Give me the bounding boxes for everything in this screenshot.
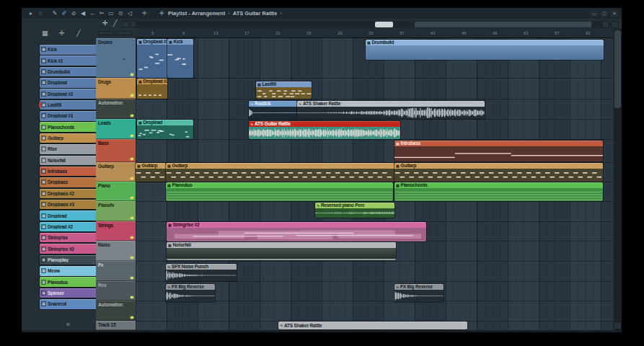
track-header-bass[interactable]: Bass [96, 139, 136, 162]
scroll-button-left[interactable] [601, 21, 609, 28]
pattern-item-kick-2[interactable]: ▦Kick #2 [40, 56, 100, 66]
pattern-item-dropbeat-2[interactable]: ▦Dropbeat #2 [40, 89, 100, 99]
track-mute-led[interactable] [131, 115, 133, 117]
track-header-drums[interactable]: Drums· ▴ · [96, 38, 136, 78]
track-mute-led[interactable] [131, 296, 133, 298]
pattern-item-spinner[interactable]: ▦Spinner [40, 288, 100, 298]
pattern-item-meow[interactable]: ▦Meow [40, 266, 100, 276]
zoom-tool-icon[interactable]: ⊙ [117, 9, 124, 17]
pattern-item-dropbass-2[interactable]: ▦Dropbass #2 [40, 189, 100, 199]
track-mute-led[interactable] [131, 236, 133, 239]
clip-reversed-piano-perc[interactable]: ∿Reversed piano Perc [315, 203, 394, 218]
clip-guitarp[interactable]: ▦Guitarp [136, 163, 166, 182]
slice-tool-icon[interactable]: ✂ [98, 9, 105, 17]
track-header-fx[interactable]: Fx [96, 261, 136, 281]
maximize-button[interactable]: □ [601, 10, 608, 17]
paint-tool-icon[interactable]: ✐ [61, 9, 68, 17]
close-button[interactable]: × [611, 10, 618, 17]
track-header-noise[interactable]: Noise [96, 241, 136, 261]
track-mute-led[interactable] [131, 94, 133, 97]
vertical-scrollbar-button[interactable] [614, 321, 622, 329]
pattern-item-droplead[interactable]: ▦Droplead [40, 210, 100, 221]
play-cursor-icon[interactable]: ▸ [27, 9, 35, 17]
track-header-drugs[interactable]: Drugs [96, 78, 136, 99]
clip-dropbeat-2[interactable]: ▦Dropbeat #2 [137, 39, 167, 78]
clip-ats-guitar-rattle[interactable]: ∿ATS Guitar Rattle [249, 121, 400, 139]
pattern-item-lastfill[interactable]: ▦Lastfill [40, 100, 100, 110]
pattern-item-stringrise[interactable]: ▦Stringrise [40, 233, 100, 243]
playback-tool-icon[interactable]: ◁ [126, 9, 133, 17]
clip-kick[interactable]: ▦Kick [167, 39, 193, 78]
track-mute-led[interactable] [131, 277, 133, 279]
minimize-button[interactable]: – [591, 10, 598, 17]
pattern-item-kick[interactable]: ▦Kick [40, 45, 100, 55]
pattern-item-pianoplay[interactable]: ▦Pianoplay [40, 255, 100, 265]
picker-scroll-dot[interactable] [66, 323, 70, 326]
clip-pianoduo[interactable]: ▦Pianoduo [166, 182, 393, 201]
track-header-automation[interactable]: Automation [96, 301, 136, 321]
pattern-item-pianoduo[interactable]: ▦Pianoduo [40, 277, 100, 287]
pattern-item-rise[interactable]: ▦Rise [40, 144, 100, 154]
track-header-piano[interactable]: Piano [96, 182, 136, 201]
vertical-scrollbar-thumb[interactable] [614, 30, 621, 108]
pattern-item-drumbuild[interactable]: ▦Drumbuild [40, 67, 100, 77]
track-header-leads[interactable]: Leads [96, 119, 136, 139]
playlist-menu-icon[interactable]: ✛ [141, 9, 148, 17]
track-mute-led[interactable] [131, 257, 133, 259]
playlist-view-button-2[interactable] [130, 21, 137, 27]
playlist-pencil-tool-icon[interactable]: ╱ [113, 19, 117, 27]
select-tool-icon[interactable]: ▭ [107, 9, 115, 17]
breadcrumb-current[interactable]: ATS Guitar Rattle [233, 10, 278, 17]
clip-rostick[interactable]: ∿Rostick [249, 101, 297, 119]
track-mute-led[interactable] [131, 177, 133, 179]
playlist-view-button-1[interactable] [122, 21, 129, 27]
clip-guitarp[interactable]: ▦Guitarp [166, 163, 394, 182]
track-mute-led[interactable] [131, 135, 133, 137]
looped-filter-toggle[interactable] [98, 31, 114, 35]
clip-ats-shaker-rattle[interactable]: ∿ATS Shaker Rattle [278, 321, 467, 329]
vertical-scrollbar[interactable] [614, 29, 622, 330]
pattern-item-dropbeat[interactable]: ▦Dropbeat [40, 78, 100, 88]
pattern-item-snareroll[interactable]: ▦Snareroll [40, 299, 100, 309]
track-header-strings[interactable]: Strings [96, 221, 136, 241]
track-header-guitarp[interactable]: Guitarp [96, 162, 136, 182]
pattern-item-introbass[interactable]: ▦Introbass [40, 167, 100, 177]
clip-lastfill[interactable]: ▦Lastfill [256, 81, 312, 99]
selected-filter-toggle[interactable] [116, 31, 132, 35]
track-header-pianofx[interactable]: Pianofx [96, 201, 136, 221]
snap-magnet-icon[interactable]: ∩ [37, 9, 44, 17]
clip-drumbuild[interactable]: ▦Drumbuild [366, 40, 604, 60]
playlist-move-tool-icon[interactable]: ✛ [102, 19, 108, 27]
timeline-ruler[interactable]: 5913172125293337414549535761 [136, 29, 613, 38]
track-header-track-15[interactable]: Track 15 [96, 321, 136, 330]
scrollbar-thumb[interactable] [375, 22, 393, 27]
pattern-item-guitarp[interactable]: ▦Guitarp [40, 133, 100, 143]
track-mute-led[interactable] [131, 217, 133, 219]
draw-tool-icon[interactable]: ✎ [51, 9, 58, 17]
clip-fx-big-reverse[interactable]: ∿FX Big Reverse [394, 284, 444, 302]
slip-tool-icon[interactable]: ↔ [89, 9, 96, 17]
pattern-item-stringrise-2[interactable]: ▦Stringrise #2 [40, 244, 100, 254]
track-header-rvs[interactable]: Rvs [96, 281, 136, 301]
mute-tool-icon[interactable]: ◀ [79, 9, 87, 17]
clip-stringrise-2[interactable]: ▦Stringrise #2 [167, 222, 426, 241]
track-mute-led[interactable] [131, 316, 133, 319]
picker-draw-icon[interactable]: ╱ [76, 30, 80, 37]
pattern-item-pianochords[interactable]: ▦Pianochords [40, 122, 100, 132]
picker-patterns-icon[interactable]: ▦ [42, 30, 48, 37]
clip-droplead[interactable]: ▦Droplead [137, 120, 193, 139]
track-header-automation[interactable]: Automation [96, 99, 136, 119]
pattern-item-dropbass[interactable]: ▦Dropbass [40, 177, 100, 187]
pattern-item-dropbeat-3[interactable]: ▦Dropbeat #3 [40, 111, 100, 121]
clip-sfx-noise-punch[interactable]: ∿SFX Noise Punch [166, 264, 237, 281]
pattern-item-droplead-2[interactable]: ▦Droplead #2 [40, 222, 100, 232]
pattern-item-noisefall[interactable]: ▦Noisefall [40, 156, 100, 166]
track-mute-led[interactable] [131, 74, 133, 76]
track-mute-led[interactable] [131, 197, 133, 199]
clip-dropbeat-2[interactable]: ▦Dropbeat #2 [137, 79, 167, 99]
track-mute-led[interactable] [131, 158, 133, 160]
clip-noisefall[interactable]: ▦Noisefall [167, 242, 396, 260]
delete-tool-icon[interactable]: ⊘ [70, 9, 77, 17]
pattern-item-dropbass-3[interactable]: ▦Dropbass #3 [40, 200, 100, 210]
clip-pianochords[interactable]: ▦Pianochords [394, 182, 603, 201]
